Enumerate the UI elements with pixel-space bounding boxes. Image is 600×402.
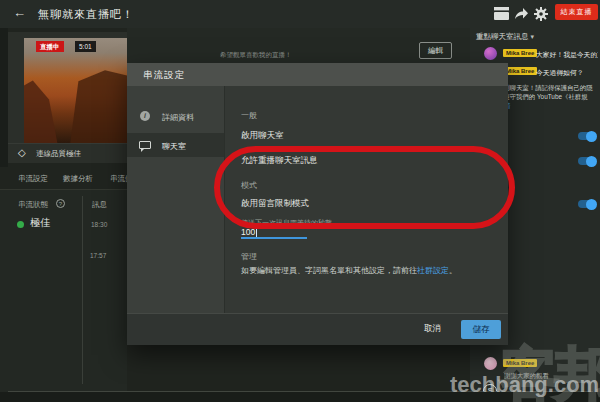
cancel-button[interactable]: 取消 [424, 323, 441, 335]
edit-button[interactable]: 編輯 [419, 42, 452, 59]
message-timestamp: 17:57 [90, 252, 106, 259]
sidebar-item-label: 詳細資料 [162, 112, 194, 123]
manage-text-before: 如要編輯管理員、字詞黑名單和其他設定，請前往 [241, 266, 417, 275]
message-timestamp: 18:30 [91, 221, 107, 228]
sidebar-item-chat[interactable]: 聊天室 [127, 133, 224, 157]
connection-quality-text: 連線品質極佳 [36, 149, 81, 159]
live-control-room: ← 無聊就來直播吧！ 結束直播 直播中 5:01 ◇ 連線品質極佳 希望觀眾喜歡… [0, 0, 600, 402]
stream-title: 無聊就來直播吧！ [38, 7, 134, 22]
left-tabs: 串流設定 數據分析 串流健康度 [0, 167, 127, 190]
techbang-url-watermark: techbang.com [450, 372, 599, 398]
chat-author-badge[interactable]: Mika Bree [503, 67, 537, 75]
connection-quality-row: ◇ 連線品質極佳 [8, 143, 127, 163]
status-green-dot [17, 221, 24, 228]
avatar[interactable] [484, 357, 497, 370]
dialog-footer: 取消 儲存 [127, 313, 508, 345]
section-general: 一般 [241, 110, 257, 121]
slow-mode-toggle[interactable] [578, 200, 596, 208]
save-button[interactable]: 儲存 [461, 320, 501, 339]
chevron-down-icon: ▾ [531, 33, 535, 40]
stream-info-panel: 希望觀眾喜歡我的直播！ 編輯 [127, 28, 470, 63]
dialog-title: 串流設定 [143, 69, 185, 82]
enable-chat-label: 啟用聊天室 [241, 130, 284, 142]
manage-videos-icon[interactable] [494, 7, 509, 20]
settings-gear-icon[interactable] [534, 7, 549, 20]
dialog-sidebar: i 詳細資料 聊天室 [127, 86, 224, 313]
manage-help-text: 如要編輯管理員、字詞黑名單和其他設定，請前往社群設定。 [241, 265, 501, 276]
chat-header-label: 重點聊天室訊息 [476, 32, 529, 41]
quality-diamond-icon: ◇ [18, 147, 26, 158]
info-icon: i [140, 111, 150, 121]
chat-message-text: 今天過得如何？ [536, 68, 598, 78]
back-arrow-icon[interactable]: ← [13, 5, 26, 20]
status-value: 極佳 [30, 216, 50, 230]
input-underline [241, 237, 307, 239]
sidebar-item-details[interactable]: i 詳細資料 [127, 104, 224, 128]
top-bar: ← 無聊就來直播吧！ 結束直播 [0, 0, 600, 28]
manage-text-after: 。 [449, 266, 457, 275]
chat-author-badge[interactable]: Mika Bree [503, 49, 537, 57]
community-settings-link[interactable]: 社群設定 [417, 266, 449, 275]
video-preview [24, 38, 127, 143]
column-divider [82, 196, 83, 384]
allow-replay-toggle[interactable] [578, 157, 596, 165]
dialog-titlebar: 串流設定 [127, 63, 508, 86]
tab-stream-settings[interactable]: 串流設定 [18, 174, 48, 184]
stream-timer: 5:01 [75, 41, 96, 52]
stream-status-header: 串流狀態 [18, 200, 48, 210]
section-manage: 管理 [241, 251, 257, 262]
help-icon[interactable]: ? [56, 199, 65, 208]
end-stream-button[interactable]: 結束直播 [555, 4, 598, 20]
share-icon[interactable] [514, 7, 529, 20]
messages-header: 訊息 [92, 200, 107, 210]
stream-status-panel: 串流狀態 ? 極佳 訊息 18:30 17:57 [0, 190, 127, 392]
enable-chat-toggle[interactable] [578, 132, 596, 140]
tab-analytics[interactable]: 數據分析 [63, 174, 93, 184]
chat-filter-dropdown[interactable]: 重點聊天室訊息 ▾ [476, 32, 534, 42]
description-fragment: 希望觀眾喜歡我的直播！ [220, 51, 292, 60]
sidebar-item-label: 聊天室 [162, 141, 186, 152]
chat-bubble-icon [139, 141, 151, 149]
annotation-highlight-oval [214, 146, 515, 229]
chat-message-text: 大家好！我是今天的直播主 [536, 50, 598, 60]
avatar[interactable] [484, 47, 497, 60]
live-badge: 直播中 [36, 41, 64, 52]
